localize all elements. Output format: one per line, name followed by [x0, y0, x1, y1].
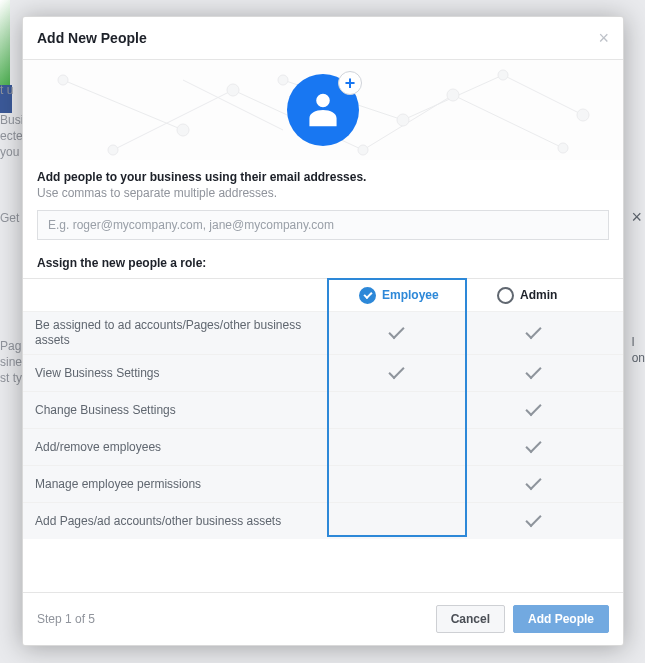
permission-cell-admin — [465, 371, 601, 375]
step-indicator: Step 1 of 5 — [37, 612, 95, 626]
role-option-employee[interactable]: Employee — [349, 279, 487, 311]
permission-label: Manage employee permissions — [23, 471, 327, 498]
permission-row: Manage employee permissions — [23, 465, 623, 502]
check-icon — [525, 323, 541, 339]
person-badge-icon: + — [287, 74, 359, 146]
svg-point-9 — [58, 75, 68, 85]
permission-row: Add Pages/ad accounts/other business ass… — [23, 502, 623, 539]
permission-row: Change Business Settings — [23, 391, 623, 428]
radio-unchecked-icon — [497, 287, 514, 304]
role-label-admin: Admin — [520, 288, 557, 302]
modal-title: Add New People — [37, 30, 147, 46]
permission-cell-admin — [465, 331, 601, 335]
permission-label: Add Pages/ad accounts/other business ass… — [23, 508, 327, 535]
close-icon[interactable]: × — [598, 29, 609, 47]
svg-point-12 — [397, 114, 409, 126]
permission-label: View Business Settings — [23, 360, 327, 387]
add-people-button[interactable]: Add People — [513, 605, 609, 633]
permission-row: Be assigned to ad accounts/Pages/other b… — [23, 311, 623, 354]
radio-checked-icon — [359, 287, 376, 304]
permission-cell-admin — [465, 482, 601, 486]
assign-role-label: Assign the new people a role: — [37, 256, 609, 270]
add-people-modal: Add New People × + Add people to your bu… — [22, 16, 624, 646]
permission-label: Change Business Settings — [23, 397, 327, 424]
modal-footer: Step 1 of 5 Cancel Add People — [23, 592, 623, 645]
svg-point-16 — [227, 84, 239, 96]
check-icon — [525, 511, 541, 527]
permission-cell-admin — [465, 445, 601, 449]
svg-point-10 — [177, 124, 189, 136]
role-label-employee: Employee — [382, 288, 439, 302]
plus-icon: + — [338, 71, 362, 95]
permission-cell-employee — [327, 331, 465, 335]
svg-point-19 — [558, 143, 568, 153]
permission-label: Be assigned to ad accounts/Pages/other b… — [23, 312, 327, 354]
permission-cell-employee — [327, 371, 465, 375]
role-option-admin[interactable]: Admin — [487, 279, 623, 311]
svg-line-5 — [113, 90, 233, 150]
permission-row: Add/remove employees — [23, 428, 623, 465]
permission-cell-admin — [465, 408, 601, 412]
svg-point-18 — [447, 89, 459, 101]
role-permission-grid: Employee Admin Be assigned to ad account… — [23, 278, 623, 539]
instruction-secondary: Use commas to separate multiple addresse… — [37, 186, 609, 200]
svg-point-13 — [498, 70, 508, 80]
permission-label: Add/remove employees — [23, 434, 327, 461]
svg-point-14 — [577, 109, 589, 121]
svg-line-0 — [63, 80, 183, 130]
check-icon — [388, 363, 404, 379]
check-icon — [525, 363, 541, 379]
svg-line-8 — [453, 95, 563, 148]
svg-line-4 — [503, 75, 583, 115]
svg-point-15 — [108, 145, 118, 155]
check-icon — [525, 400, 541, 416]
svg-point-17 — [358, 145, 368, 155]
permission-cell-admin — [465, 519, 601, 523]
check-icon — [388, 323, 404, 339]
check-icon — [525, 437, 541, 453]
modal-body: + Add people to your business using thei… — [23, 60, 623, 592]
email-input[interactable] — [37, 210, 609, 240]
permission-row: View Business Settings — [23, 354, 623, 391]
svg-point-11 — [278, 75, 288, 85]
cancel-button[interactable]: Cancel — [436, 605, 505, 633]
hero-graphic: + — [23, 60, 623, 160]
modal-header: Add New People × — [23, 17, 623, 60]
check-icon — [525, 474, 541, 490]
instruction-primary: Add people to your business using their … — [37, 170, 609, 184]
